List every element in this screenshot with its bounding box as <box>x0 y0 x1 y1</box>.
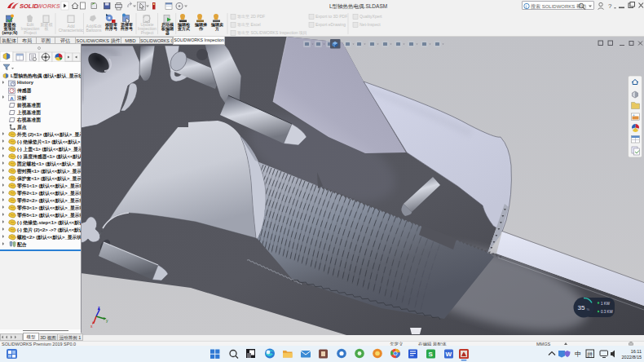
svg-text:%: % <box>587 307 590 311</box>
svg-text:SOLID: SOLID <box>20 2 39 10</box>
svg-text:1 KW: 1 KW <box>601 302 611 306</box>
svg-text:i: i <box>526 3 527 8</box>
svg-text:35: 35 <box>578 304 585 311</box>
svg-text:?: ? <box>608 2 612 10</box>
svg-text:16:11: 16:11 <box>631 349 642 354</box>
svg-text:0.3 KW: 0.3 KW <box>601 310 614 314</box>
svg-text:A: A <box>10 95 14 100</box>
svg-text:拼: 拼 <box>587 351 593 357</box>
svg-text:2022/8/15: 2022/8/15 <box>622 355 642 360</box>
svg-text:S: S <box>429 351 434 358</box>
svg-text:WORKS: WORKS <box>37 2 60 10</box>
svg-text:中: 中 <box>575 351 581 358</box>
svg-text:W: W <box>446 351 452 358</box>
